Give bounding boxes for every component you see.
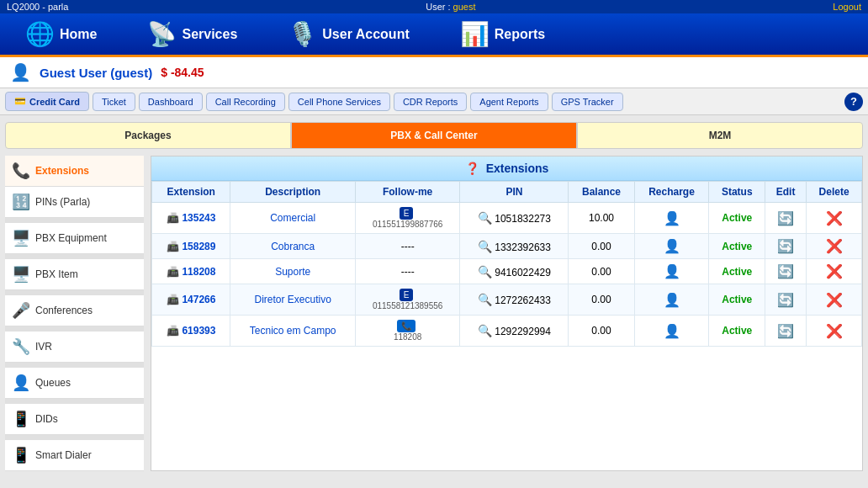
sidebar-item-ivr[interactable]: 🔧 IVR: [5, 332, 144, 363]
main-layout: 📞 Extensions 🔢 PINs (Parla) 🖥️ PBX Equip…: [5, 156, 863, 471]
section-tab-packages[interactable]: Packages: [5, 122, 291, 149]
ext-followme: 📞 118208: [355, 316, 460, 347]
col-description: Description: [230, 182, 355, 203]
ext-number: 📠 135243: [152, 203, 230, 234]
col-edit: Edit: [765, 182, 807, 203]
edit-icon[interactable]: 🔄: [777, 293, 794, 307]
ext-status: Active: [709, 203, 765, 234]
ivr-icon: 🔧: [12, 337, 30, 356]
ext-recharge[interactable]: 👤: [634, 316, 709, 347]
ext-delete[interactable]: ❌: [807, 259, 862, 284]
col-balance: Balance: [569, 182, 634, 203]
col-followme: Follow-me: [355, 182, 460, 203]
tab-cdr-reports[interactable]: CDR Reports: [394, 93, 467, 111]
ext-edit[interactable]: 🔄: [765, 259, 807, 284]
logout-link[interactable]: Logout: [833, 2, 861, 12]
pin-search-icon[interactable]: 🔍: [478, 324, 492, 337]
ext-recharge[interactable]: 👤: [634, 284, 709, 316]
ext-recharge[interactable]: 👤: [634, 203, 709, 234]
extensions-table: Extension Description Follow-me PIN Bala…: [151, 181, 862, 347]
tab-credit-card[interactable]: 💳 Credit Card: [5, 92, 89, 111]
ext-description: Cobranca: [230, 234, 355, 259]
delete-icon[interactable]: ❌: [826, 324, 843, 338]
col-pin: PIN: [460, 182, 569, 203]
recharge-icon[interactable]: 👤: [664, 239, 680, 253]
ext-edit[interactable]: 🔄: [765, 316, 807, 347]
sidebar-item-pins[interactable]: 🔢 PINs (Parla): [5, 187, 144, 218]
delete-icon[interactable]: ❌: [826, 293, 843, 307]
ext-balance: 0.00: [569, 234, 634, 259]
extensions-icon: 📞: [12, 162, 30, 180]
edit-icon[interactable]: 🔄: [777, 324, 794, 338]
ext-phone-icon: 📠: [167, 266, 179, 278]
followme-type-badge: E: [400, 207, 414, 220]
recharge-icon[interactable]: 👤: [664, 324, 680, 338]
pin-search-icon[interactable]: 🔍: [478, 293, 492, 306]
ext-number: 📠 118208: [152, 259, 230, 284]
pbx-item-icon: 🖥️: [12, 265, 30, 284]
edit-icon[interactable]: 🔄: [777, 264, 794, 278]
nav-services[interactable]: 📡 Services: [122, 13, 262, 55]
ext-edit[interactable]: 🔄: [765, 284, 807, 316]
recharge-icon[interactable]: 👤: [664, 211, 680, 225]
sidebar-item-conferences[interactable]: 🎤 Conferences: [5, 295, 144, 326]
col-delete: Delete: [807, 182, 862, 203]
ext-followme: ----: [355, 259, 460, 284]
ext-edit[interactable]: 🔄: [765, 234, 807, 259]
ext-balance: 0.00: [569, 316, 634, 347]
ext-description: Tecnico em Campo: [230, 316, 355, 347]
nav-user-account[interactable]: 🎙️ User Account: [262, 13, 434, 55]
ext-delete[interactable]: ❌: [807, 316, 862, 347]
ext-recharge[interactable]: 👤: [634, 259, 709, 284]
help-button[interactable]: ?: [844, 93, 863, 111]
delete-icon[interactable]: ❌: [826, 239, 843, 253]
user-link[interactable]: guest: [453, 2, 476, 12]
sidebar-item-smart-dialer[interactable]: 📱 Smart Dialer: [5, 440, 144, 471]
table-row: 📠 135243 Comercial E 011551199887766: [152, 203, 862, 234]
ext-delete[interactable]: ❌: [807, 234, 862, 259]
tab-call-recording[interactable]: Call Recording: [206, 93, 285, 111]
pin-search-icon[interactable]: 🔍: [478, 211, 492, 225]
nav-bar: 🌐 Home 📡 Services 🎙️ User Account 📊 Repo…: [0, 13, 868, 57]
delete-icon[interactable]: ❌: [826, 211, 843, 225]
app-title: LQ2000 - parla: [7, 2, 68, 12]
pin-search-icon[interactable]: 🔍: [478, 240, 492, 253]
ext-recharge[interactable]: 👤: [634, 234, 709, 259]
recharge-icon[interactable]: 👤: [664, 293, 680, 307]
tab-dashboard[interactable]: Dashboard: [139, 93, 203, 111]
extensions-header: ❓ Extensions: [151, 156, 862, 181]
ext-status: Active: [709, 316, 765, 347]
pin-search-icon[interactable]: 🔍: [478, 265, 492, 278]
section-tab-pbx[interactable]: PBX & Call Center: [291, 122, 577, 149]
sidebar-item-extensions[interactable]: 📞 Extensions: [5, 156, 144, 187]
user-balance: $ -84.45: [161, 66, 204, 79]
ext-delete[interactable]: ❌: [807, 203, 862, 234]
sidebar-item-pbx-equipment[interactable]: 🖥️ PBX Equipment: [5, 223, 144, 254]
ext-delete[interactable]: ❌: [807, 284, 862, 316]
top-bar: LQ2000 - parla User : guest Logout: [0, 0, 868, 13]
tab-agent-reports[interactable]: Agent Reports: [470, 93, 548, 111]
ext-description: Comercial: [230, 203, 355, 234]
recharge-icon[interactable]: 👤: [664, 264, 680, 278]
section-tab-m2m[interactable]: M2M: [577, 122, 863, 149]
edit-icon[interactable]: 🔄: [777, 211, 794, 225]
sidebar-item-pbx-item[interactable]: 🖥️ PBX Item: [5, 259, 144, 290]
ext-phone-icon: 📠: [167, 241, 179, 252]
ext-number: 📠 147266: [152, 284, 230, 316]
ext-phone-icon: 📠: [167, 325, 179, 337]
nav-home[interactable]: 🌐 Home: [0, 13, 122, 55]
edit-icon[interactable]: 🔄: [777, 239, 794, 253]
ext-edit[interactable]: 🔄: [765, 203, 807, 234]
delete-icon[interactable]: ❌: [826, 264, 843, 278]
nav-reports[interactable]: 📊 Reports: [435, 13, 570, 55]
sidebar-item-dids[interactable]: 📱 DIDs: [5, 404, 144, 435]
ext-followme: E 011558121389556: [355, 284, 460, 316]
tab-gps-tracker[interactable]: GPS Tracker: [552, 93, 623, 111]
tab-ticket[interactable]: Ticket: [93, 93, 135, 111]
extensions-title: Extensions: [486, 162, 549, 175]
ext-phone-icon: 📠: [167, 294, 179, 305]
pins-icon: 🔢: [12, 193, 30, 211]
col-status: Status: [709, 182, 765, 203]
tab-cell-phone-services[interactable]: Cell Phone Services: [288, 93, 390, 111]
sidebar-item-queues[interactable]: 👤 Queues: [5, 368, 144, 399]
